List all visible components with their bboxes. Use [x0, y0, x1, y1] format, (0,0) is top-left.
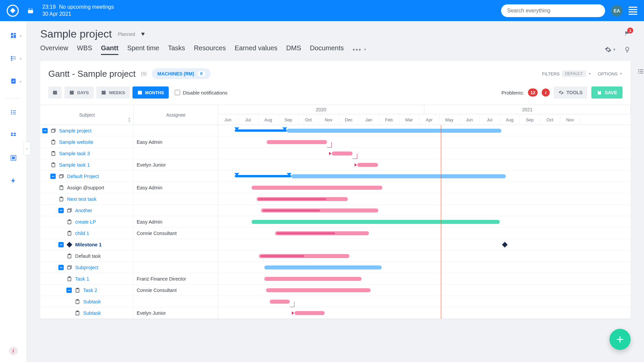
- row-label[interactable]: child 1: [75, 231, 89, 236]
- disable-notifications-input[interactable]: [175, 90, 180, 95]
- row-label[interactable]: Subtask: [83, 310, 101, 316]
- gantt-bar[interactable]: [261, 255, 304, 257]
- tab-documents[interactable]: Documents: [310, 44, 344, 55]
- zoom-today-button[interactable]: [48, 86, 62, 99]
- notifications-flag[interactable]: 1: [624, 30, 631, 38]
- table-row[interactable]: Assign @supportEasy Admin: [40, 182, 218, 193]
- table-row[interactable]: Sample task 3: [40, 148, 218, 159]
- chart-row[interactable]: [218, 159, 631, 171]
- row-label[interactable]: Sample project: [59, 128, 92, 133]
- table-row[interactable]: Subtask: [40, 296, 218, 307]
- chart-row[interactable]: [218, 307, 631, 319]
- gantt-bar[interactable]: [291, 174, 506, 178]
- sidebar-dashboard[interactable]: ▸: [6, 28, 21, 43]
- problems-info-icon[interactable]: i: [542, 88, 550, 97]
- zoom-months-button[interactable]: MONTHS: [132, 86, 169, 99]
- chart-row[interactable]: [218, 262, 631, 273]
- avatar[interactable]: EA: [611, 5, 623, 16]
- zoom-weeks-button[interactable]: WEEKS: [96, 86, 130, 99]
- sidebar-dropbox[interactable]: [6, 127, 21, 143]
- gantt-bar[interactable]: [252, 220, 500, 224]
- chart-row[interactable]: [218, 182, 631, 193]
- gantt-bar[interactable]: [264, 265, 382, 269]
- tools-button[interactable]: TOOLS: [554, 86, 587, 99]
- settings-icon[interactable]: ▼: [605, 46, 616, 53]
- chart-row[interactable]: [218, 239, 631, 250]
- tab-overview[interactable]: Overview: [40, 44, 68, 55]
- gantt-bar[interactable]: [270, 300, 290, 304]
- milestone-diamond[interactable]: [502, 242, 508, 248]
- app-logo[interactable]: [7, 5, 19, 17]
- gantt-bar[interactable]: [357, 163, 378, 167]
- chart-row[interactable]: [218, 216, 631, 228]
- search-box[interactable]: [501, 4, 605, 17]
- expander-icon[interactable]: −: [58, 242, 64, 247]
- table-row[interactable]: −Subproject: [40, 262, 218, 273]
- chart-row[interactable]: [218, 171, 631, 182]
- expander-icon[interactable]: −: [50, 174, 56, 179]
- row-label[interactable]: Subproject: [75, 265, 98, 270]
- calendar-icon[interactable]: [25, 6, 36, 16]
- gantt-bar[interactable]: [287, 129, 501, 133]
- table-row[interactable]: child 1Connie Consultant: [40, 228, 218, 239]
- favorite-icon[interactable]: ♥: [141, 31, 145, 38]
- expander-icon[interactable]: −: [66, 288, 72, 293]
- chart-row[interactable]: [218, 205, 631, 216]
- row-label[interactable]: Sample task 3: [59, 151, 90, 156]
- filters-button[interactable]: FILTERS DEFAULT ▼: [542, 70, 591, 77]
- expander-icon[interactable]: −: [42, 128, 48, 133]
- table-row[interactable]: SubtaskEvelyn Junior: [40, 307, 218, 319]
- chart-row[interactable]: [218, 148, 631, 159]
- quick-tasks-icon[interactable]: [637, 68, 644, 76]
- table-row[interactable]: −Milestone 1: [40, 239, 218, 250]
- hints-icon[interactable]: [624, 46, 631, 53]
- tab-earned-values[interactable]: Earned values: [234, 44, 277, 55]
- table-row[interactable]: −Default Project: [40, 171, 218, 182]
- gantt-bar[interactable]: [294, 311, 325, 315]
- table-row[interactable]: −Task 2Connie Consultant: [40, 285, 218, 296]
- sidebar-power[interactable]: [6, 173, 21, 188]
- table-row[interactable]: −Sample project: [40, 125, 218, 136]
- gantt-bar[interactable]: [277, 232, 335, 234]
- sidebar-info-icon[interactable]: i: [9, 347, 18, 355]
- tab-dms[interactable]: DMS: [286, 44, 301, 55]
- table-row[interactable]: −Another: [40, 205, 218, 216]
- tab-spent-time[interactable]: Spent time: [127, 44, 159, 55]
- row-label[interactable]: Task 1: [75, 276, 89, 282]
- tab-resources[interactable]: Resources: [194, 44, 226, 55]
- row-label[interactable]: Default Project: [67, 174, 99, 179]
- add-fab-button[interactable]: +: [609, 329, 631, 350]
- expander-icon[interactable]: −: [58, 208, 64, 213]
- table-row[interactable]: Default task: [40, 250, 218, 262]
- problems-count-badge[interactable]: 12: [528, 88, 537, 97]
- tab-gantt[interactable]: Gantt: [101, 44, 118, 55]
- table-row[interactable]: Sample websiteEasy Admin: [40, 136, 218, 148]
- chart-row[interactable]: [218, 285, 631, 296]
- row-label[interactable]: Next test task: [67, 196, 97, 202]
- chart-row[interactable]: [218, 296, 631, 307]
- gantt-bar[interactable]: [235, 129, 287, 132]
- chart-row[interactable]: [218, 136, 631, 148]
- gantt-bar[interactable]: [264, 277, 362, 281]
- chart-row[interactable]: [218, 193, 631, 205]
- row-label[interactable]: create LP: [75, 219, 96, 225]
- sidebar-templates[interactable]: [6, 150, 21, 166]
- chart-row[interactable]: [218, 273, 631, 285]
- table-row[interactable]: create LPEasy Admin: [40, 216, 218, 228]
- gantt-bar[interactable]: [263, 209, 320, 212]
- chart-row[interactable]: [218, 228, 631, 239]
- row-label[interactable]: Task 2: [83, 288, 97, 293]
- options-button[interactable]: OPTIONS ▼: [598, 71, 623, 76]
- sidebar-tasks[interactable]: ▸: [6, 73, 21, 89]
- chart-row[interactable]: [218, 125, 631, 136]
- menu-icon[interactable]: [629, 7, 637, 15]
- save-button[interactable]: SAVE: [591, 86, 623, 99]
- tab-tasks[interactable]: Tasks: [168, 44, 185, 55]
- expander-icon[interactable]: −: [58, 265, 64, 270]
- row-label[interactable]: Sample website: [59, 139, 93, 145]
- row-label[interactable]: Sample task 1: [59, 162, 90, 168]
- table-row[interactable]: Sample task 1Evelyn Junior: [40, 159, 218, 171]
- tabs-more-button[interactable]: ••• ▼: [353, 46, 367, 54]
- row-label[interactable]: Subtask: [83, 299, 101, 304]
- tab-wbs[interactable]: WBS: [77, 44, 92, 55]
